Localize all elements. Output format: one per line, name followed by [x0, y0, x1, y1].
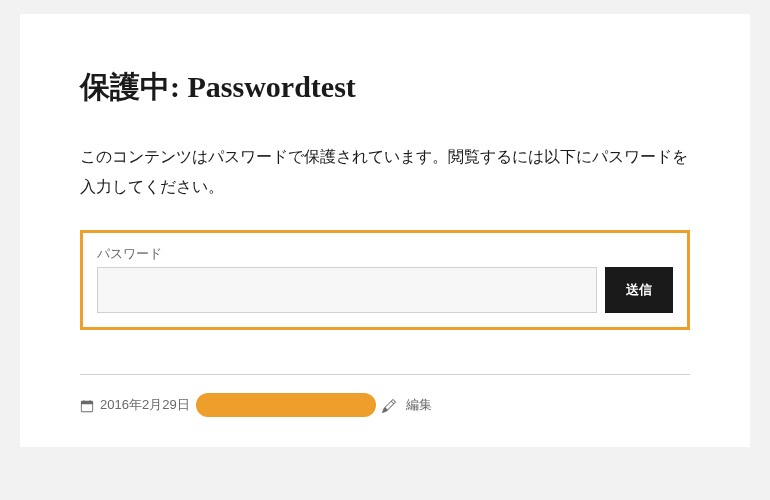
- post-title: 保護中: Passwordtest: [80, 68, 690, 106]
- password-label: パスワード: [97, 245, 673, 263]
- post-author-redacted: [196, 393, 376, 417]
- submit-button[interactable]: 送信: [605, 267, 673, 313]
- post-entry: 保護中: Passwordtest このコンテンツはパスワードで保護されています…: [20, 14, 750, 447]
- password-form: パスワード 送信: [80, 230, 690, 330]
- calendar-icon: [80, 398, 94, 414]
- password-row: 送信: [97, 267, 673, 313]
- post-content: このコンテンツはパスワードで保護されています。閲覧するには以下にパスワードを入力…: [80, 142, 690, 331]
- password-input[interactable]: [97, 267, 597, 313]
- post-date: 2016年2月29日: [100, 396, 190, 414]
- edit-icon: [382, 398, 396, 414]
- edit-link[interactable]: 編集: [406, 396, 432, 414]
- password-protected-message: このコンテンツはパスワードで保護されています。閲覧するには以下にパスワードを入力…: [80, 142, 690, 203]
- post-footer: 2016年2月29日 編集: [80, 374, 690, 417]
